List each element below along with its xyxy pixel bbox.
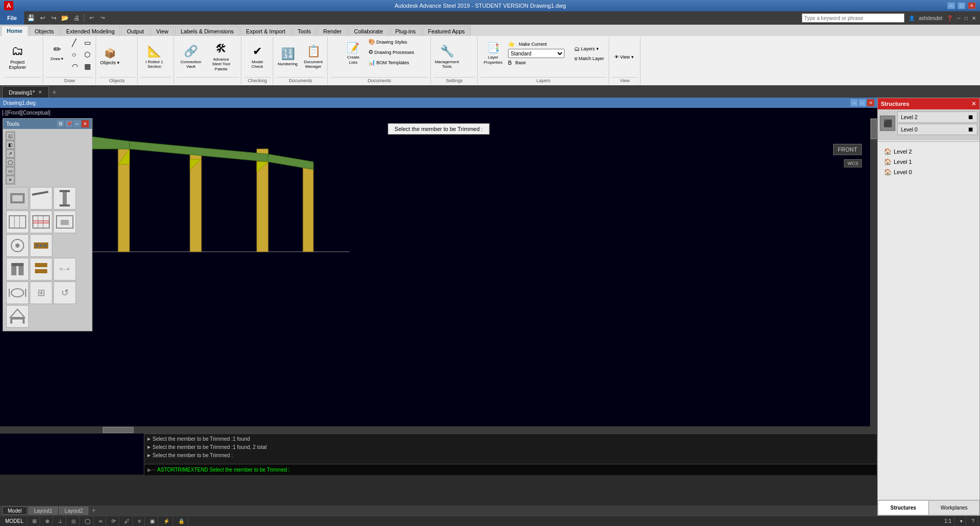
tool-pipe[interactable] [6, 281, 29, 304]
tool-wall-2[interactable] [30, 211, 52, 233]
draw-btn[interactable]: ✏ Draw ▾ [46, 37, 68, 69]
new-doc-tab-btn[interactable]: + [49, 86, 60, 98]
command-input-line[interactable]: ▶─ ASTORTRIMEXTEND Select the member to … [144, 464, 877, 475]
side-tool-6[interactable]: ≡ [6, 176, 14, 184]
doc-tab-close[interactable]: ✕ [38, 89, 42, 95]
line-btn[interactable]: ╱ [69, 37, 81, 48]
app-maximize[interactable]: □ [965, 15, 968, 21]
otrack-btn[interactable]: ∞ [96, 516, 106, 526]
layout-tab-model[interactable]: Model [2, 506, 27, 515]
circle-btn[interactable]: ○ [69, 49, 81, 60]
tab-extended-modeling[interactable]: Extended Modeling [61, 26, 120, 36]
drawing-styles-btn[interactable]: 🎨 Drawing Styles [366, 37, 417, 47]
layout-tab-layout2[interactable]: Layout2 [59, 506, 89, 515]
poly-btn[interactable]: ⬡ [82, 49, 93, 60]
tree-level-2[interactable]: 🏠 Level 2 [882, 147, 975, 156]
tab-plugins[interactable]: Plug-ins [390, 26, 422, 36]
model-check-btn[interactable]: ✔ Model Check [244, 40, 271, 74]
snap-btn[interactable]: ⊕ [42, 516, 53, 526]
structures-close-btn[interactable]: ✕ [971, 100, 976, 107]
objects-btn[interactable]: 📦 Objects ▾ [99, 40, 121, 74]
dynin-btn[interactable]: 🖊 [121, 516, 133, 526]
level-bar-2-toggle[interactable]: ⏹ [968, 114, 974, 121]
advance-steel-btn[interactable]: 🛠 Advance Steel Tool Palette [207, 40, 235, 74]
sc-btn[interactable]: 🔒 [175, 516, 188, 526]
horizontal-scrollbar[interactable] [0, 426, 870, 434]
rolled-section-btn[interactable]: 📐 I Rolled 1 Section [140, 40, 168, 74]
drawing-processes-btn[interactable]: ⚙ Drawing Processes [366, 47, 417, 57]
grid-btn[interactable]: ⊞ [29, 516, 40, 526]
tools-minimize-btn[interactable]: ─ [73, 120, 81, 127]
create-lists-btn[interactable]: 📝 Create Lists [342, 37, 365, 70]
side-tool-3[interactable]: ↗ [6, 149, 14, 158]
match-layer-btn[interactable]: ≡ Match Layer [572, 54, 607, 63]
tab-featured-apps[interactable]: Featured Apps [422, 26, 470, 36]
save-quick-btn[interactable]: 💾 [26, 13, 36, 23]
tools-settings-btn[interactable]: ⚙ [57, 120, 64, 127]
tree-level-0[interactable]: 🏠 Level 0 [882, 167, 975, 177]
maximize-button[interactable]: □ [957, 2, 966, 9]
print-quick-btn[interactable]: 🖨 [71, 13, 82, 23]
tab-collaborate[interactable]: Collaborate [348, 26, 388, 36]
polar-btn[interactable]: ◎ [68, 516, 80, 526]
anno-scale[interactable]: 1:1 [941, 516, 955, 526]
tab-labels-dimensions[interactable]: Labels & Dimensions [175, 26, 239, 36]
doc-tab-drawing1[interactable]: Drawing1* ✕ [2, 86, 49, 98]
level-bar-0-toggle[interactable]: ⏹ [968, 126, 974, 133]
tools-pin-btn[interactable]: 📌 [65, 120, 72, 127]
layers-dropdown-btn[interactable]: 🗂 Layers ▾ [572, 44, 607, 53]
app-minimize[interactable]: ─ [957, 15, 960, 21]
zoom-control[interactable]: ▾ [957, 516, 966, 526]
workplanes-tab[interactable]: Workplanes [929, 500, 979, 515]
base-btn[interactable]: Base [513, 59, 529, 67]
osnap-btn[interactable]: ◯ [82, 516, 94, 526]
document-manager-btn[interactable]: 📋 Document Manager [301, 40, 325, 74]
side-tool-2[interactable]: ◧ [6, 141, 14, 149]
management-tools-btn[interactable]: 🔧 Management Tools [434, 40, 460, 74]
tab-home[interactable]: Home [1, 26, 28, 36]
make-current-btn[interactable]: Make Current [516, 40, 550, 48]
tool-structure-1[interactable] [6, 258, 29, 280]
side-tool-1[interactable]: ◱ [6, 132, 14, 140]
tool-circle-select[interactable] [6, 234, 29, 257]
model-label[interactable]: MODEL [2, 516, 27, 526]
close-button[interactable]: ✕ [968, 2, 976, 9]
tool-frame[interactable] [6, 305, 29, 328]
dwg-close[interactable]: ✕ [867, 99, 874, 106]
help-btn[interactable]: ? [968, 516, 978, 526]
open-quick-btn[interactable]: 📂 [60, 13, 70, 23]
layer-properties-btn[interactable]: 📑 Layer Properties [480, 37, 506, 70]
numbering-btn[interactable]: 🔢 Numbering [276, 40, 299, 74]
tp-btn[interactable]: ▣ [147, 516, 158, 526]
dwg-minimize[interactable]: ─ [851, 99, 858, 106]
app-close[interactable]: ✕ [972, 15, 976, 21]
arc-btn[interactable]: ◠ [69, 61, 81, 72]
undo2-quick-btn[interactable]: ↩ [86, 13, 97, 23]
file-tab[interactable]: File [0, 11, 24, 25]
tab-objects[interactable]: Objects [29, 26, 60, 36]
qp-btn[interactable]: ⚡ [160, 516, 173, 526]
bom-templates-btn[interactable]: 📊 BOM Templates [366, 58, 417, 67]
undo-quick-btn[interactable]: ↩ [37, 13, 48, 23]
level-bar-0[interactable]: Level 0 ⏹ [897, 124, 977, 135]
title-controls[interactable]: ─ □ ✕ [947, 2, 976, 9]
vertical-scrollbar[interactable] [870, 118, 877, 434]
layout-tab-layout1[interactable]: Layout1 [28, 506, 58, 515]
tools-close-btn[interactable]: ✕ [82, 120, 89, 127]
tool-connection[interactable] [30, 234, 52, 257]
search-input[interactable] [802, 13, 904, 23]
tool-beam-1[interactable] [6, 187, 29, 210]
tab-tools[interactable]: Tools [292, 26, 317, 36]
structures-tab[interactable]: Structures [878, 500, 929, 515]
tree-level-1[interactable]: 🏠 Level 1 [882, 157, 975, 166]
level-bar-2[interactable]: Level 2 ⏹ [897, 111, 977, 123]
minimize-button[interactable]: ─ [947, 2, 955, 9]
tab-view[interactable]: View [150, 26, 174, 36]
dwg-maximize[interactable]: □ [859, 99, 866, 106]
redo2-quick-btn[interactable]: ↪ [98, 13, 108, 23]
tool-beam-2[interactable] [30, 187, 52, 210]
tab-output[interactable]: Output [121, 26, 149, 36]
tool-misc[interactable]: ✕─✕ [53, 258, 76, 280]
tab-render[interactable]: Render [317, 26, 347, 36]
tool-structure-2[interactable] [30, 258, 52, 280]
